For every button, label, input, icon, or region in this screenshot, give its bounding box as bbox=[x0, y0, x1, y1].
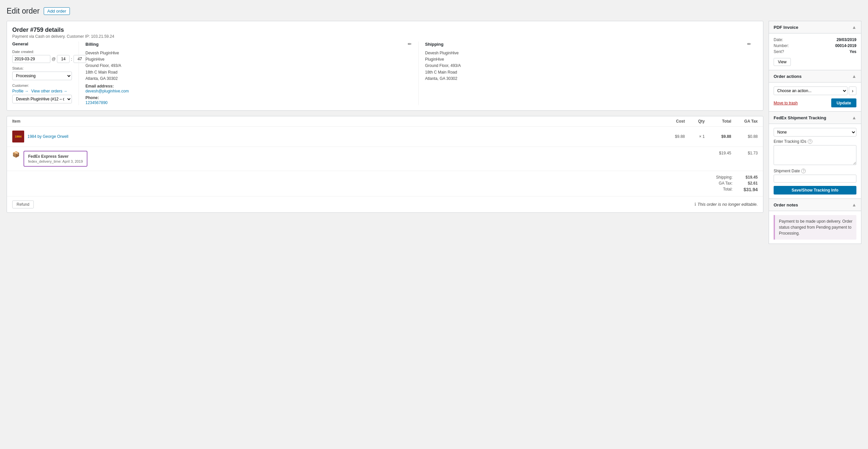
not-editable-message: ℹ This order is no longer editable. bbox=[694, 202, 758, 207]
order-actions-header[interactable]: Order actions ▲ bbox=[769, 70, 861, 83]
item-qty: × 1 bbox=[685, 134, 705, 139]
shipping-company: PluginHive bbox=[425, 56, 751, 63]
tracking-ids-label: Enter Tracking IDs bbox=[774, 139, 806, 144]
pdf-number-value: 00014-2019 bbox=[835, 43, 857, 48]
shipping-table-row: 📦 FedEx Express Saver fedex_delivery_tim… bbox=[7, 147, 763, 171]
order-action-select[interactable]: Choose an action... bbox=[774, 87, 847, 95]
items-footer: Refund ℹ This order is no longer editabl… bbox=[7, 197, 763, 212]
col-qty-header: Qty bbox=[685, 119, 705, 124]
shipping-address1: Ground Floor, 493/A bbox=[425, 63, 751, 69]
shipping-service-name: FedEx Express Saver bbox=[28, 154, 83, 159]
shipping-edit-icon[interactable]: ✏ bbox=[747, 41, 751, 47]
fedex-tracking-header[interactable]: FedEx Shipment Tracking ▲ bbox=[769, 112, 861, 124]
shipping-section-title: Shipping bbox=[425, 42, 444, 47]
fedex-tracking-title: FedEx Shipment Tracking bbox=[774, 115, 826, 120]
order-notes-header[interactable]: Order notes ▲ bbox=[769, 199, 861, 211]
billing-address1: Ground Floor, 493/A bbox=[86, 63, 412, 69]
billing-email-label: Email address: bbox=[86, 84, 412, 88]
shipping-meta: fedex_delivery_time: April 3, 2019 bbox=[28, 159, 83, 163]
date-created-label: Date created: bbox=[12, 50, 72, 54]
billing-city-state-zip: Atlanta, GA 30302 bbox=[86, 76, 412, 82]
order-actions-collapse-icon: ▲ bbox=[852, 73, 857, 79]
order-notes-title: Order notes bbox=[774, 203, 798, 207]
order-details-card: Order #759 details Payment via Cash on d… bbox=[7, 21, 763, 111]
billing-company: PluginHive bbox=[86, 56, 412, 63]
pdf-invoice-panel: PDF Invoice ▲ Date: 29/03/2019 Number: 0… bbox=[769, 21, 861, 70]
shipping-cost: $19.45 bbox=[705, 151, 731, 155]
pdf-invoice-collapse-icon: ▲ bbox=[852, 25, 857, 30]
profile-link[interactable]: Profile → bbox=[12, 89, 29, 93]
fedex-tracking-panel: FedEx Shipment Tracking ▲ None Enter Tra… bbox=[769, 111, 861, 199]
billing-name: Devesh PluginHive bbox=[86, 50, 412, 56]
billing-phone-label: Phone: bbox=[86, 95, 412, 100]
shipping-total-value: $19.45 bbox=[738, 175, 758, 180]
order-note: Payment to be made upon delivery. Order … bbox=[774, 215, 857, 240]
tracking-ids-help-icon[interactable]: ? bbox=[808, 139, 812, 144]
ga-tax-label: GA Tax: bbox=[706, 181, 733, 185]
customer-label: Customer: bbox=[12, 84, 72, 88]
date-input[interactable] bbox=[12, 55, 50, 63]
run-action-button[interactable]: › bbox=[849, 87, 857, 95]
pdf-invoice-header[interactable]: PDF Invoice ▲ bbox=[769, 21, 861, 33]
billing-phone[interactable]: 1234567890 bbox=[86, 100, 107, 105]
shipment-date-input[interactable] bbox=[774, 175, 857, 183]
order-actions-panel: Order actions ▲ Choose an action... › Mo… bbox=[769, 70, 861, 112]
fedex-tracking-collapse-icon: ▲ bbox=[852, 115, 857, 120]
view-other-orders-link[interactable]: View other orders → bbox=[31, 89, 67, 93]
shipping-address2: 18th C Main Road bbox=[425, 69, 751, 76]
order-title: Order #759 details bbox=[12, 27, 758, 33]
page-title: Edit order bbox=[7, 7, 40, 16]
fedex-tracking-body: None Enter Tracking IDs ? Shipment Date … bbox=[769, 124, 861, 199]
item-total: $9.88 bbox=[705, 134, 731, 139]
item-cost: $9.88 bbox=[658, 134, 685, 139]
order-notes-panel: Order notes ▲ Payment to be made upon de… bbox=[769, 199, 861, 244]
order-actions-body: Choose an action... › Move to trash Upda… bbox=[769, 83, 861, 111]
book-thumbnail: 1984 bbox=[12, 130, 24, 143]
shipping-section: Shipping ✏ Devesh PluginHive PluginHive … bbox=[418, 41, 758, 105]
at-sign: @ bbox=[52, 57, 56, 61]
pdf-date-label: Date: bbox=[774, 37, 783, 42]
general-section: General Date created: @ : Status: Pro bbox=[12, 41, 79, 105]
refund-button[interactable]: Refund bbox=[12, 201, 34, 208]
item-tax: $0.88 bbox=[731, 134, 758, 139]
col-ga-tax-header: GA Tax bbox=[731, 119, 758, 124]
billing-section: Billing ✏ Devesh PluginHive PluginHive G… bbox=[79, 41, 418, 105]
status-label: Status: bbox=[12, 66, 72, 70]
pdf-number-label: Number: bbox=[774, 43, 789, 48]
billing-section-title: Billing bbox=[86, 42, 99, 47]
update-button[interactable]: Update bbox=[831, 98, 857, 108]
pdf-invoice-body: Date: 29/03/2019 Number: 00014-2019 Sent… bbox=[769, 33, 861, 70]
grand-total-label: Total: bbox=[706, 187, 733, 192]
items-card: Item Cost Qty Total GA Tax 1984 1984 by … bbox=[7, 116, 763, 213]
pdf-date-value: 29/03/2019 bbox=[837, 37, 857, 42]
pdf-sent-label: Sent? bbox=[774, 49, 784, 54]
general-section-title: General bbox=[12, 41, 28, 47]
order-actions-title: Order actions bbox=[774, 74, 802, 79]
shipping-total-label: Shipping: bbox=[706, 175, 733, 180]
col-item-header: Item bbox=[12, 119, 658, 124]
ga-tax-value: $2.61 bbox=[738, 181, 758, 185]
table-row: 1984 1984 by George Orwell $9.88 × 1 $9.… bbox=[7, 127, 763, 147]
view-invoice-button[interactable]: View bbox=[774, 58, 791, 66]
billing-email[interactable]: devesh@pluginhive.com bbox=[86, 89, 129, 93]
time-hour-input[interactable] bbox=[57, 55, 69, 63]
move-to-trash-link[interactable]: Move to trash bbox=[774, 101, 798, 106]
item-name-link[interactable]: 1984 by George Orwell bbox=[28, 134, 68, 139]
billing-address2: 18th C Main Road bbox=[86, 69, 412, 76]
shipping-name: Devesh PluginHive bbox=[425, 50, 751, 56]
tracking-ids-textarea[interactable] bbox=[774, 145, 857, 165]
totals-section: Shipping: $19.45 GA Tax: $2.61 Total: $3… bbox=[7, 171, 763, 197]
billing-edit-icon[interactable]: ✏ bbox=[408, 41, 412, 47]
order-notes-body: Payment to be made upon delivery. Order … bbox=[769, 211, 861, 244]
shipping-city-state-zip: Atlanta, GA 30302 bbox=[425, 76, 751, 82]
save-tracking-button[interactable]: Save/Show Tracking Info bbox=[774, 186, 857, 194]
col-cost-header: Cost bbox=[658, 119, 685, 124]
shipment-date-help-icon[interactable]: ? bbox=[801, 169, 806, 173]
status-select[interactable]: Processing bbox=[12, 71, 72, 80]
add-order-button[interactable]: Add order bbox=[44, 7, 70, 15]
tracking-carrier-select[interactable]: None bbox=[774, 128, 857, 137]
right-sidebar: PDF Invoice ▲ Date: 29/03/2019 Number: 0… bbox=[769, 21, 861, 244]
pdf-invoice-title: PDF Invoice bbox=[774, 25, 798, 30]
pdf-sent-value: Yes bbox=[849, 49, 857, 54]
customer-select[interactable]: Devesh PluginHive (#12 – devesh@pluginhi… bbox=[12, 95, 72, 103]
